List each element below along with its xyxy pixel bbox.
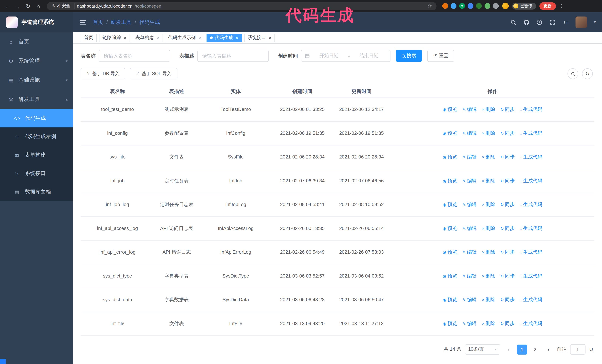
preview-link[interactable]: ◉预览 [443,272,457,280]
next-page-button[interactable]: › [543,344,553,354]
sidebar-item-db-doc[interactable]: ▤数据库文档 [0,183,73,201]
delete-link[interactable]: ×删除 [482,154,495,161]
browser-profile-avatar[interactable] [502,3,509,9]
github-icon[interactable] [523,19,529,25]
table-name-input[interactable] [99,50,170,62]
page-button-1[interactable]: 1 [517,344,527,354]
close-icon[interactable]: × [124,36,126,40]
goto-page-input[interactable] [570,344,585,354]
page-button-2[interactable]: 2 [530,344,540,354]
sync-link[interactable]: ↻同步 [501,177,515,185]
delete-link[interactable]: ×删除 [482,272,495,280]
refresh-table-button[interactable]: ↻ [582,68,593,79]
sync-link[interactable]: ↻同步 [501,201,515,208]
preview-link[interactable]: ◉预览 [443,106,457,113]
generate-link[interactable]: ↓生成代码 [520,296,542,303]
preview-link[interactable]: ◉预览 [443,154,457,161]
import-sql-button[interactable]: ⇧ 基于 SQL 导入 [130,68,177,79]
extension-dark-green-icon[interactable] [476,3,482,9]
extension-blue-drop-icon[interactable] [451,3,456,9]
preview-link[interactable]: ◉预览 [443,296,457,303]
refresh-icon[interactable]: ↻ [25,3,32,9]
hamburger-icon[interactable] [80,20,86,24]
forward-icon[interactable]: → [14,3,21,9]
date-range-picker[interactable]: 开始日期 - 结束日期 [301,50,390,62]
generate-link[interactable]: ↓生成代码 [520,320,542,327]
edit-link[interactable]: ✎编辑 [462,225,477,232]
search-button[interactable]: 搜索 [396,50,422,62]
edit-link[interactable]: ✎编辑 [462,177,477,185]
tab-form-builder[interactable]: 表单构建× [132,33,162,42]
sync-link[interactable]: ↻同步 [501,320,515,327]
preview-link[interactable]: ◉预览 [443,249,457,256]
breadcrumb-home[interactable]: 首页 [93,19,103,26]
browser-menu-icon[interactable]: ⋮ [559,3,564,9]
generate-link[interactable]: ↓生成代码 [520,130,542,137]
prev-page-button[interactable]: ‹ [504,344,514,354]
address-bar[interactable]: ⚠ 不安全 dashboard.yudao.iocoder.cn /tool/c… [47,2,437,10]
tab-home[interactable]: 首页 [81,33,97,42]
sidebar-item-form-builder[interactable]: ▦表单构建 [0,146,73,164]
tab-codegen[interactable]: 代码生成× [207,33,242,42]
sidebar-item-api[interactable]: ⇆系统接口 [0,164,73,183]
close-icon[interactable]: × [269,36,271,40]
generate-link[interactable]: ↓生成代码 [520,177,542,185]
sidebar-item-codegen-example[interactable]: ◇代码生成示例 [0,127,73,146]
update-button[interactable]: 更新 [539,2,556,10]
close-icon[interactable]: × [156,36,159,40]
preview-link[interactable]: ◉预览 [443,177,457,185]
import-db-button[interactable]: ⇧ 基于 DB 导入 [81,68,125,79]
start-date-placeholder[interactable]: 开始日期 [311,52,347,59]
delete-link[interactable]: ×删除 [482,201,495,208]
edit-link[interactable]: ✎编辑 [462,130,477,137]
sync-link[interactable]: ↻同步 [501,296,515,303]
generate-link[interactable]: ↓生成代码 [520,249,542,256]
breadcrumb-dev-tools[interactable]: 研发工具 [111,19,132,26]
toggle-search-button[interactable] [567,68,578,79]
extension-leaf-icon[interactable] [484,3,490,9]
home-icon[interactable]: ⌂ [35,3,42,9]
security-status[interactable]: ⚠ 不安全 [52,3,75,9]
edit-link[interactable]: ✎编辑 [462,272,477,280]
extension-green-v-icon[interactable]: V [459,3,465,9]
sync-link[interactable]: ↻同步 [501,106,515,113]
puzzle-icon[interactable] [493,3,499,9]
sync-link[interactable]: ↻同步 [501,249,515,256]
edit-link[interactable]: ✎编辑 [462,154,477,161]
edit-link[interactable]: ✎编辑 [462,296,477,303]
generate-link[interactable]: ↓生成代码 [520,272,542,280]
edit-link[interactable]: ✎编辑 [462,249,477,256]
sidebar-item-infra[interactable]: ▤基础设施▾ [0,71,73,90]
generate-link[interactable]: ↓生成代码 [520,154,542,161]
paused-badge[interactable]: 已暂停 [512,2,536,9]
user-avatar[interactable] [576,16,587,28]
end-date-placeholder[interactable]: 结束日期 [351,52,387,59]
search-icon[interactable] [510,19,516,25]
sidebar-item-home[interactable]: ⌂首页 [0,32,73,52]
sidebar-item-codegen[interactable]: </>代码生成 [0,109,73,127]
delete-link[interactable]: ×删除 [482,249,495,256]
help-icon[interactable]: ? [536,19,542,25]
fullscreen-icon[interactable] [549,19,556,25]
delete-link[interactable]: ×删除 [482,106,495,113]
delete-link[interactable]: ×删除 [482,177,495,185]
sync-link[interactable]: ↻同步 [501,154,515,161]
sidebar-item-system[interactable]: ⚙系统管理▾ [0,52,73,71]
back-icon[interactable]: ← [4,3,11,9]
chevron-down-icon[interactable]: ▾ [594,20,596,24]
tab-api[interactable]: 系统接口× [244,33,275,42]
sidebar-item-dev-tools[interactable]: ⚒研发工具▴ [0,90,73,109]
delete-link[interactable]: ×删除 [482,296,495,303]
preview-link[interactable]: ◉预览 [443,320,457,327]
font-size-icon[interactable]: TT [562,19,569,25]
sync-link[interactable]: ↻同步 [501,272,515,280]
preview-link[interactable]: ◉预览 [443,130,457,137]
delete-link[interactable]: ×删除 [482,320,495,327]
reset-button[interactable]: ↺ 重置 [427,50,454,62]
page-size-select[interactable]: 10条/页 ▾ [465,344,500,354]
tab-codegen-example[interactable]: 代码生成示例× [165,33,204,42]
preview-link[interactable]: ◉预览 [443,201,457,208]
table-desc-input[interactable] [197,50,269,62]
tab-tracing[interactable]: 链路追踪× [99,33,130,42]
delete-link[interactable]: ×删除 [482,225,495,232]
